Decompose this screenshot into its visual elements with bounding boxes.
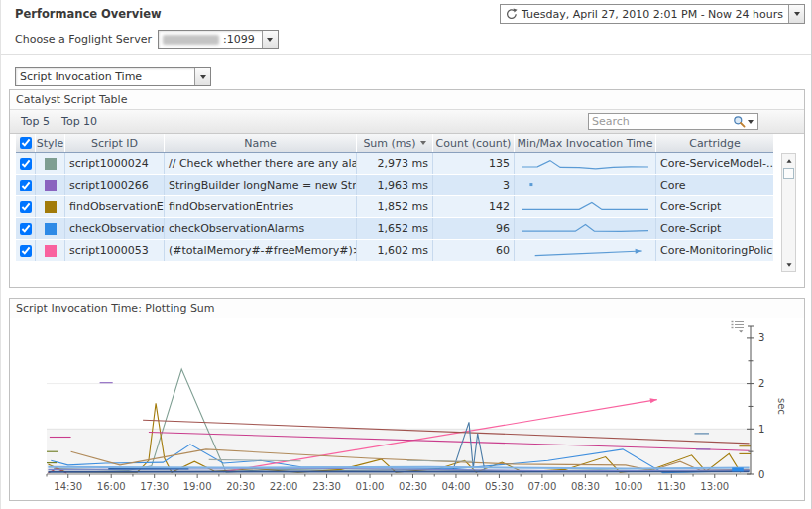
search-icon[interactable] [733, 115, 746, 128]
svg-text:16:00: 16:00 [97, 481, 126, 492]
svg-text:17:30: 17:30 [140, 481, 169, 492]
cartridge-cell: Core-Script [656, 196, 773, 217]
performance-overview-page: Performance Overview Tuesday, April 27, … [0, 0, 812, 509]
metric-selector[interactable]: Script Invocation Time [15, 67, 211, 86]
svg-text:02:30: 02:30 [399, 481, 427, 492]
style-swatch [45, 245, 57, 257]
arrow-down-icon [786, 263, 791, 266]
row-checkbox[interactable] [20, 180, 32, 191]
server-selector-row: Choose a Foglight Server :1099 [15, 30, 279, 49]
row-checkbox[interactable] [20, 201, 32, 213]
server-selector[interactable]: :1099 [158, 30, 279, 49]
script-id-cell: script1000024 [65, 153, 165, 174]
style-swatch [45, 158, 57, 170]
table-row[interactable]: checkObservation... checkObservationAlar… [16, 218, 773, 240]
divider [1, 54, 811, 55]
scroll-thumb[interactable] [783, 168, 794, 179]
row-checkbox[interactable] [20, 223, 32, 235]
svg-text:07:00: 07:00 [527, 481, 556, 492]
sort-desc-icon [420, 141, 426, 145]
style-swatch [45, 180, 57, 191]
scroll-down-button[interactable] [782, 258, 795, 271]
count-cell: 142 [433, 196, 515, 217]
cartridge-cell: Core-ServiceModel-... [656, 153, 773, 174]
style-swatch [45, 223, 57, 235]
chart-region: 012314:3016:0017:3019:0020:3022:0023:300… [10, 318, 804, 500]
sum-cell: 1,652 ms [357, 218, 433, 239]
metric-selector-value: Script Invocation Time [16, 70, 194, 83]
column-header-cartridge[interactable]: Cartridge [656, 134, 773, 152]
plot-panel: Script Invocation Time: Plotting Sum 012… [9, 298, 805, 501]
cartridge-cell: Core-Script [656, 218, 773, 239]
table-row[interactable]: script1000266 StringBuilder longName = n… [16, 175, 773, 196]
column-header-count[interactable]: Count (count) [433, 134, 515, 152]
chevron-down-icon [748, 120, 754, 124]
server-dropdown-button[interactable] [262, 31, 278, 48]
time-range-dropdown-button[interactable] [788, 5, 804, 23]
row-checkbox[interactable] [20, 245, 32, 257]
svg-text:3: 3 [758, 332, 764, 343]
row-checkbox[interactable] [20, 158, 32, 170]
top5-button[interactable]: Top 5 [18, 115, 58, 128]
time-range-label: Tuesday, April 27, 2010 2:01 PM - Now 24… [518, 8, 788, 21]
minmax-sparkline [519, 220, 651, 238]
metric-dropdown-button[interactable] [194, 68, 210, 85]
redacted-server-address [163, 35, 219, 45]
time-range-selector[interactable]: Tuesday, April 27, 2010 2:01 PM - Now 24… [500, 4, 805, 24]
column-header-minmax[interactable]: Min/Max Invocation Time [515, 134, 656, 152]
svg-text:13:00: 13:00 [700, 481, 729, 492]
search-options-button[interactable] [746, 120, 757, 124]
svg-text:14:30: 14:30 [54, 481, 82, 492]
script-id-cell: findObservationE... [65, 196, 165, 217]
table-row[interactable]: script1000024 // Check whether there are… [16, 153, 773, 175]
table-scrollbar[interactable] [781, 153, 796, 272]
svg-text:11:30: 11:30 [657, 481, 686, 492]
svg-text:01:00: 01:00 [356, 481, 385, 492]
minmax-sparkline [519, 242, 651, 260]
script-id-cell: script1000266 [65, 175, 165, 195]
script-id-cell: script1000053 [65, 240, 165, 261]
chevron-down-icon [200, 75, 206, 79]
count-cell: 135 [433, 153, 515, 174]
svg-text:04:00: 04:00 [442, 481, 471, 492]
count-cell: 96 [433, 218, 515, 239]
minmax-sparkline [519, 177, 651, 194]
table-row[interactable]: script1000053 (#totalMemory#-#freeMemory… [16, 240, 773, 262]
column-header-style[interactable]: Style [36, 134, 65, 152]
minmax-sparkline [519, 155, 651, 173]
server-port: :1099 [219, 33, 259, 46]
svg-text:08:30: 08:30 [571, 481, 600, 492]
top10-button[interactable]: Top 10 [58, 115, 106, 128]
name-cell: // Check whether there are any alar... [165, 153, 357, 174]
svg-text:05:30: 05:30 [485, 481, 514, 492]
script-id-cell: checkObservation... [65, 218, 165, 239]
name-cell: checkObservationAlarms [165, 218, 357, 239]
column-header-script-id[interactable]: Script ID [65, 134, 165, 152]
name-cell: StringBuilder longName = new Strin... [165, 175, 357, 195]
search-input[interactable] [589, 115, 733, 128]
plot-panel-title: Script Invocation Time: Plotting Sum [10, 299, 804, 318]
search-box[interactable] [588, 113, 758, 130]
table-row[interactable]: findObservationE... findObservationEntri… [16, 196, 773, 218]
table-header-row: Style Script ID Name Sum (ms) Count (cou… [16, 134, 773, 153]
count-cell: 60 [433, 240, 515, 261]
catalyst-script-table-panel: Catalyst Script Table Top 5 Top 10 Style… [9, 89, 805, 288]
column-header-sum[interactable]: Sum (ms) [357, 134, 433, 152]
select-all-checkbox[interactable] [20, 137, 32, 149]
svg-text:19:00: 19:00 [183, 481, 212, 492]
minmax-sparkline [519, 198, 651, 216]
svg-text:2: 2 [758, 378, 764, 389]
svg-text:10:00: 10:00 [614, 481, 642, 492]
time-range-icon [506, 8, 518, 20]
chevron-down-icon [794, 12, 800, 16]
svg-text:1: 1 [758, 424, 764, 435]
server-selector-label: Choose a Foglight Server [15, 33, 152, 46]
sum-cell: 1,852 ms [357, 196, 433, 217]
svg-text:23:30: 23:30 [312, 481, 341, 492]
name-cell: findObservationEntries [165, 196, 357, 217]
svg-text:0: 0 [758, 469, 764, 480]
chevron-down-icon [267, 38, 273, 42]
table-panel-title: Catalyst Script Table [10, 90, 804, 110]
column-header-name[interactable]: Name [165, 134, 357, 152]
scroll-up-button[interactable] [782, 154, 795, 167]
